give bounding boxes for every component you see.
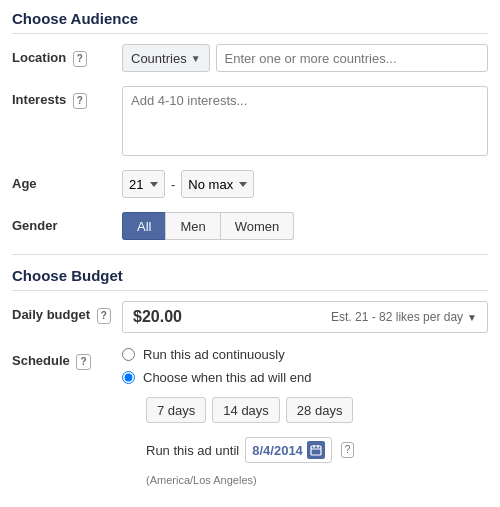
budget-input-box[interactable]: $20.00 Est. 21 - 82 likes per day ▼ xyxy=(122,301,488,333)
budget-section: Choose Budget Daily budget ? $20.00 Est.… xyxy=(12,267,488,486)
interests-label-text: Interests xyxy=(12,92,66,107)
gender-row: Gender All Men Women xyxy=(12,212,488,240)
gender-men-button[interactable]: Men xyxy=(165,212,220,240)
daily-budget-label: Daily budget ? xyxy=(12,301,122,324)
age-content: 21 18 25 30 - No max 25 30 35 40 50 65+ xyxy=(122,170,488,198)
svg-rect-0 xyxy=(311,446,321,455)
daily-budget-help-badge[interactable]: ? xyxy=(97,308,111,324)
gender-label: Gender xyxy=(12,212,122,233)
until-row: Run this ad until 8/4/2014 ? xyxy=(146,437,354,463)
gender-all-button[interactable]: All xyxy=(122,212,165,240)
schedule-end-radio[interactable] xyxy=(122,371,135,384)
daily-budget-label-text: Daily budget xyxy=(12,307,90,322)
until-help-badge[interactable]: ? xyxy=(341,442,355,458)
daily-budget-content: $20.00 Est. 21 - 82 likes per day ▼ xyxy=(122,301,488,333)
until-label: Run this ad until xyxy=(146,443,239,458)
interests-label: Interests ? xyxy=(12,86,122,109)
gender-label-text: Gender xyxy=(12,218,58,233)
interests-input[interactable] xyxy=(122,86,488,156)
countries-dropdown[interactable]: Countries ▼ xyxy=(122,44,210,72)
schedule-help-badge[interactable]: ? xyxy=(76,354,90,370)
schedule-end-row: Choose when this ad will end xyxy=(122,370,354,385)
choose-budget-title: Choose Budget xyxy=(12,267,488,291)
budget-estimate: Est. 21 - 82 likes per day ▼ xyxy=(331,310,477,324)
location-help-badge[interactable]: ? xyxy=(73,51,87,67)
budget-amount: $20.00 xyxy=(133,308,182,326)
age-row: Age 21 18 25 30 - No max 25 30 35 40 50 … xyxy=(12,170,488,198)
location-content: Countries ▼ xyxy=(122,44,488,72)
gender-content: All Men Women xyxy=(122,212,488,240)
countries-label: Countries xyxy=(131,51,187,66)
schedule-content: Run this ad continuously Choose when thi… xyxy=(122,347,488,486)
until-date: 8/4/2014 xyxy=(252,443,303,458)
age-max-select[interactable]: No max 25 30 35 40 50 65+ xyxy=(181,170,254,198)
choose-audience-title: Choose Audience xyxy=(12,10,488,34)
schedule-row: Schedule ? Run this ad continuously Choo… xyxy=(12,347,488,486)
gender-button-group: All Men Women xyxy=(122,212,294,240)
interests-content xyxy=(122,86,488,156)
days-7-button[interactable]: 7 days xyxy=(146,397,206,423)
section-divider xyxy=(12,254,488,255)
days-28-button[interactable]: 28 days xyxy=(286,397,354,423)
age-min-select[interactable]: 21 18 25 30 xyxy=(122,170,165,198)
schedule-continuous-label[interactable]: Run this ad continuously xyxy=(143,347,285,362)
daily-budget-row: Daily budget ? $20.00 Est. 21 - 82 likes… xyxy=(12,301,488,333)
schedule-options: Run this ad continuously Choose when thi… xyxy=(122,347,354,486)
schedule-label-text: Schedule xyxy=(12,353,70,368)
date-input-box[interactable]: 8/4/2014 xyxy=(245,437,332,463)
location-label-text: Location xyxy=(12,50,66,65)
gender-women-button[interactable]: Women xyxy=(221,212,295,240)
calendar-icon[interactable] xyxy=(307,441,325,459)
days-14-button[interactable]: 14 days xyxy=(212,397,280,423)
age-separator: - xyxy=(171,177,175,192)
countries-dropdown-arrow: ▼ xyxy=(191,53,201,64)
countries-input[interactable] xyxy=(216,44,488,72)
interests-help-badge[interactable]: ? xyxy=(73,93,87,109)
interests-row: Interests ? xyxy=(12,86,488,156)
schedule-continuous-row: Run this ad continuously xyxy=(122,347,354,362)
timezone-text: (America/Los Angeles) xyxy=(146,474,354,486)
schedule-continuous-radio[interactable] xyxy=(122,348,135,361)
location-row: Location ? Countries ▼ xyxy=(12,44,488,72)
age-label-text: Age xyxy=(12,176,37,191)
budget-dropdown-arrow[interactable]: ▼ xyxy=(467,312,477,323)
location-label: Location ? xyxy=(12,44,122,67)
days-button-row: 7 days 14 days 28 days xyxy=(146,397,354,423)
schedule-end-label[interactable]: Choose when this ad will end xyxy=(143,370,311,385)
age-label: Age xyxy=(12,170,122,191)
budget-estimate-text: Est. 21 - 82 likes per day xyxy=(331,310,463,324)
schedule-label: Schedule ? xyxy=(12,347,122,370)
